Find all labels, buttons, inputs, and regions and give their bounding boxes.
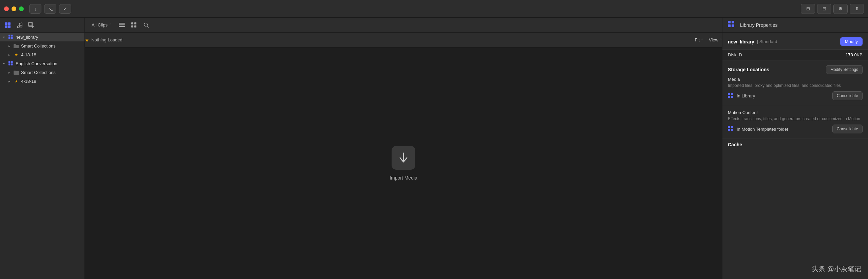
right-panel: Library Properties new_library | Standar… [722, 18, 868, 279]
svg-rect-23 [131, 22, 133, 24]
sidebar-item-smart-collections-1[interactable]: ▸ Smart Collections [0, 41, 84, 50]
sidebar-item-english-conversation[interactable]: ▾ English Conversation [0, 59, 84, 68]
layout-grid-button[interactable]: ⊞ [801, 4, 815, 14]
motion-content-desc: Effects, transitions, titles, and genera… [728, 116, 863, 121]
media-consolidate-button[interactable]: Consolidate [832, 91, 863, 100]
disk-row: Disk_D 173.0KB [722, 50, 868, 60]
motion-content-location: In Motion Templates folder [737, 127, 788, 132]
sidebar-library-icon[interactable] [3, 20, 13, 30]
chevron-right-icon: ▸ [7, 44, 12, 48]
share-icon: ⬆ [855, 6, 859, 11]
minimize-button[interactable] [12, 6, 16, 11]
folder-icon [13, 43, 20, 49]
svg-point-27 [144, 23, 147, 26]
import-label: Import Media [390, 175, 417, 181]
media-location: In Library [737, 93, 755, 98]
nothing-loaded-bar: ★ Nothing Loaded Fit ⌃ View ⌃ [85, 33, 722, 48]
modify-settings-button[interactable]: Modify Settings [826, 65, 863, 74]
import-area: Import Media [85, 48, 722, 279]
sidebar-toolbar [0, 18, 84, 33]
chevron-down-icon: ▾ [1, 35, 6, 39]
svg-rect-38 [728, 126, 730, 128]
svg-rect-16 [8, 61, 11, 63]
sidebar-music-icon[interactable] [15, 20, 24, 30]
traffic-lights [4, 6, 24, 11]
svg-rect-34 [728, 93, 730, 95]
motion-content-storage-row: In Motion Templates folder Consolidate [728, 125, 863, 133]
cache-title: Cache [728, 142, 742, 147]
search-icon[interactable] [141, 20, 151, 30]
sidebar-english-conversation-label: English Conversation [16, 61, 57, 66]
svg-rect-35 [731, 93, 733, 95]
svg-rect-36 [728, 96, 730, 98]
check-button[interactable]: ✓ [59, 4, 71, 14]
check-icon: ✓ [63, 6, 67, 12]
gear-icon: ⚙ [838, 6, 843, 11]
all-clips-button[interactable]: All Clips ⌃ [89, 21, 114, 29]
titlebar-right-buttons: ⊞ ⊟ ⚙ ⬆ [801, 4, 864, 14]
folder-icon [13, 70, 20, 75]
svg-rect-39 [731, 126, 733, 128]
right-panel-toolbar: Library Properties [722, 18, 868, 33]
key-icon: ⌥ [48, 6, 53, 12]
chevron-right-icon: ▸ [7, 71, 12, 74]
sidebar-tag-icon[interactable] [26, 20, 36, 30]
layout-list-button[interactable]: ⊟ [817, 4, 831, 14]
svg-rect-9 [29, 22, 32, 26]
media-desc: Imported files, proxy and optimized file… [728, 83, 863, 88]
motion-content-title: Motion Content [728, 110, 863, 115]
import-icon-button[interactable] [392, 146, 415, 170]
svg-rect-17 [11, 61, 13, 63]
sidebar-item-new-library[interactable]: ▾ new_library [0, 33, 84, 41]
svg-rect-2 [5, 25, 7, 28]
chevron-down-icon: ▾ [1, 62, 6, 66]
svg-rect-31 [732, 21, 734, 23]
chevron-fit-icon: ⌃ [701, 38, 703, 42]
svg-rect-20 [119, 23, 125, 24]
svg-rect-30 [728, 21, 731, 23]
library-header: new_library | Standard Modify [722, 33, 868, 50]
fit-button[interactable]: Fit ⌃ [695, 37, 703, 42]
sidebar-smart-collections-1-label: Smart Collections [21, 43, 56, 49]
svg-rect-15 [11, 37, 13, 39]
close-button[interactable] [4, 6, 9, 11]
settings-button[interactable]: ⚙ [833, 4, 848, 14]
motion-grid-icon [728, 126, 733, 132]
modify-button[interactable]: Modify [840, 37, 863, 46]
grid-view-icon[interactable] [129, 20, 139, 30]
share-button[interactable]: ⬆ [850, 4, 864, 14]
media-title: Media [728, 77, 863, 82]
fit-label: Fit [695, 37, 700, 42]
grid-icon [7, 34, 14, 40]
svg-point-5 [20, 25, 22, 27]
motion-content-section: Motion Content Effects, transitions, tit… [722, 105, 868, 138]
chevron-right-icon: ▸ [7, 53, 12, 57]
fullscreen-button[interactable] [19, 6, 24, 11]
media-grid-icon [728, 93, 733, 99]
svg-rect-13 [11, 35, 13, 37]
library-properties-icon [728, 21, 735, 29]
view-button[interactable]: View ⌃ [709, 37, 722, 42]
motion-consolidate-button[interactable]: Consolidate [832, 125, 863, 133]
disk-size-unit: KB [857, 52, 863, 57]
svg-rect-0 [5, 22, 7, 25]
sidebar-item-4-18-18-2[interactable]: ▸ ★ 4-18-18 [0, 77, 84, 86]
sidebar: ▾ new_library ▸ Smart Collections [0, 18, 85, 279]
chevron-up-icon: ⌃ [109, 23, 112, 27]
svg-rect-12 [8, 35, 11, 37]
media-storage-row: In Library Consolidate [728, 91, 863, 100]
svg-point-4 [17, 26, 19, 28]
sidebar-item-smart-collections-2[interactable]: ▸ Smart Collections [0, 68, 84, 77]
list-view-icon[interactable] [117, 20, 127, 30]
key-button[interactable]: ⌥ [44, 4, 56, 14]
sidebar-library-label: new_library [16, 35, 38, 40]
sidebar-4-18-18-1-label: 4-18-18 [21, 52, 36, 57]
svg-rect-21 [119, 24, 125, 25]
svg-rect-24 [134, 22, 136, 24]
star-badge-icon: ★ [85, 37, 89, 43]
svg-line-8 [19, 23, 22, 23]
back-button[interactable]: ↓ [29, 4, 41, 14]
sidebar-item-4-18-18-1[interactable]: ▸ ★ 4-18-18 [0, 50, 84, 59]
disk-size-value: 173.0 [846, 52, 857, 57]
view-label: View [709, 37, 718, 42]
